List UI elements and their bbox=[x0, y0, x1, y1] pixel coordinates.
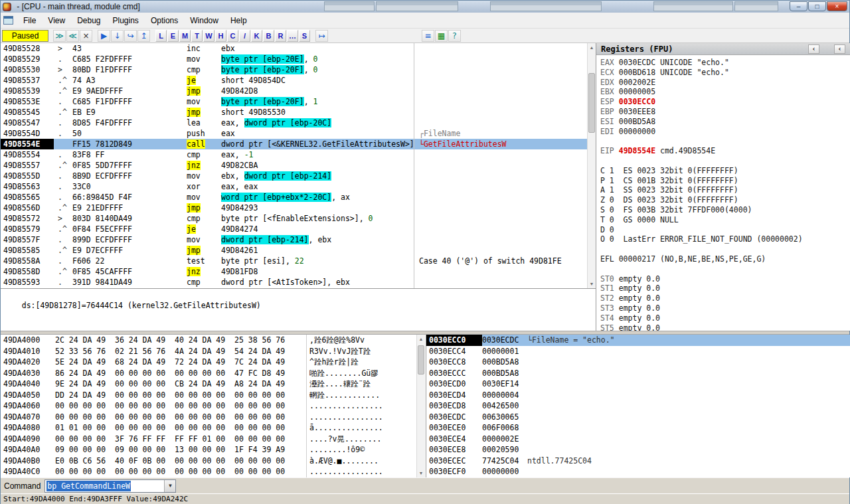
disasm-row[interactable]: 49D85547.8D85 F4FDFFFFleaeax, dword ptr … bbox=[1, 118, 596, 128]
window-select-w[interactable]: W bbox=[203, 30, 214, 42]
stack-row[interactable]: 0030ECD400000004 bbox=[426, 390, 850, 401]
dump-row[interactable]: 49DA40A009 00 00 00 09 00 00 00 13 00 00… bbox=[1, 444, 426, 456]
dump-row[interactable]: 49DA40409E 24 DA 49 00 00 00 00 CB 24 DA… bbox=[1, 378, 426, 390]
disasm-row[interactable]: 49D8554EFF15 7812D849calldword ptr [<&KE… bbox=[1, 139, 596, 149]
menu-item-help[interactable]: Help bbox=[224, 13, 253, 28]
disasm-row[interactable]: 49D85585.^E9 D7ECFFFFjmp49D84261 bbox=[1, 245, 596, 256]
dump-scrollbar[interactable]: ▲ ▼ bbox=[416, 335, 425, 477]
menu-item-window[interactable]: Window bbox=[184, 13, 224, 28]
window-select-b[interactable]: B bbox=[263, 30, 274, 42]
disasm-row[interactable]: 49D85530>80BD F1FDFFFFcmpbyte ptr [ebp-2… bbox=[1, 64, 596, 75]
disasm-row[interactable]: 49D85557.^0F85 5DD7FFFFjnz49D82CBA bbox=[1, 160, 596, 171]
window-select-more[interactable]: … bbox=[287, 30, 298, 42]
menu-item-options[interactable]: Options bbox=[145, 13, 184, 28]
dump-row[interactable]: 49DA40C000 00 00 00 00 00 00 00 00 00 00… bbox=[1, 466, 426, 477]
scroll-thumb[interactable] bbox=[418, 345, 424, 375]
stack-row[interactable]: 0030ECDC00630065 bbox=[426, 412, 850, 423]
stack-row[interactable]: 0030ECCC000BD5A8 bbox=[426, 368, 850, 379]
go-to-button[interactable]: ↦ bbox=[315, 30, 328, 42]
stack-row[interactable]: 0030ECE800020590 bbox=[426, 444, 850, 456]
disasm-row[interactable]: 49D85572>803D 8140DA49cmpbyte ptr [<fEna… bbox=[1, 213, 596, 224]
disasm-row[interactable]: 49D85539.^E9 9AEDFFFFjmp49D842D8 bbox=[1, 86, 596, 96]
step-over-button[interactable]: ↪ bbox=[124, 30, 137, 42]
menu-item-plugins[interactable]: Plugins bbox=[107, 13, 145, 28]
title-bar[interactable]: - [CPU - main thread, module cmd] – □ × bbox=[1, 1, 849, 13]
help-button[interactable]: ? bbox=[448, 30, 461, 42]
dump-row[interactable]: 49DA406000 00 00 00 00 00 00 00 00 00 00… bbox=[1, 400, 426, 412]
stack-row[interactable]: 0030ECE0006F0068 bbox=[426, 422, 850, 434]
stack-row[interactable]: 0030ECC8000BD5A8 bbox=[426, 357, 850, 368]
window-select-l[interactable]: L bbox=[155, 30, 167, 42]
disasm-row[interactable]: 49D8554D.50pusheax┌FileName bbox=[1, 128, 596, 139]
stack-row[interactable]: 0030ECE40000002E bbox=[426, 434, 850, 445]
disasm-scrollbar[interactable]: ▲ ▼ bbox=[587, 43, 596, 288]
menu-item-debug[interactable]: Debug bbox=[71, 13, 106, 28]
dump-row[interactable]: 49DA409000 00 00 00 3F 76 FF FF FF FF 01… bbox=[1, 434, 426, 445]
run-button[interactable]: ▶ bbox=[98, 30, 110, 42]
dump-row[interactable]: 49DA40B0E0 0B C6 56 40 0F 0B 00 00 00 00… bbox=[1, 456, 426, 467]
stack-row[interactable]: 0030ECD00030EF14 bbox=[426, 378, 850, 390]
window-select-slash[interactable]: / bbox=[239, 30, 250, 42]
log-button[interactable]: ≡ bbox=[422, 30, 434, 42]
dump-row[interactable]: 49DA401052 33 56 76 02 21 56 76 4A 24 DA… bbox=[1, 346, 426, 357]
disasm-row[interactable]: 49D8558D.^0F85 45CAFFFFjnz49D81FD8 bbox=[1, 266, 596, 277]
close-button[interactable]: × bbox=[827, 1, 847, 11]
scroll-up-button[interactable]: ▲ bbox=[417, 335, 425, 343]
step-into-button[interactable]: ↓ bbox=[111, 30, 124, 42]
disasm-row[interactable]: 49D85579.^0F84 F5ECFFFFje49D84274 bbox=[1, 224, 596, 234]
stack-pane[interactable]: 0030ECC00030ECDC└FileName = "echo."0030E… bbox=[426, 335, 850, 477]
scroll-thumb[interactable] bbox=[588, 73, 595, 133]
dump-row[interactable]: 49DA40205E 24 DA 49 68 24 DA 49 72 24 DA… bbox=[1, 357, 426, 368]
window-select-h[interactable]: H bbox=[215, 30, 226, 42]
dump-row[interactable]: 49DA4050DD 24 DA 49 00 00 00 00 00 00 00… bbox=[1, 390, 426, 401]
stack-row[interactable]: 0030ECEC77425C04ntdll.77425C04 bbox=[426, 456, 850, 467]
window-select-k[interactable]: K bbox=[251, 30, 262, 42]
stack-row[interactable]: 0030ECD800426500 bbox=[426, 400, 850, 412]
combo-dropdown-button[interactable]: ▼ bbox=[164, 480, 175, 492]
dump-row[interactable]: 49DA408001 01 00 00 00 00 00 00 00 00 00… bbox=[1, 422, 426, 434]
disasm-row[interactable]: 49D8558A.F606 22testbyte ptr [esi], 22Ca… bbox=[1, 256, 596, 266]
disasm-row[interactable]: 49D85545.^EB E9jmpshort 49D85530 bbox=[1, 107, 596, 118]
disasm-row[interactable]: 49D85565.66:89845D F4Fmovword ptr [ebp+e… bbox=[1, 192, 596, 203]
window-select-t[interactable]: T bbox=[191, 30, 203, 42]
execute-till-return-button[interactable]: ↥ bbox=[137, 30, 150, 42]
maximize-button[interactable]: □ bbox=[808, 1, 826, 11]
disasm-row[interactable]: 49D85528>43incebx bbox=[1, 43, 596, 54]
registers-mode-button[interactable]: ‹ bbox=[834, 44, 845, 54]
stack-row[interactable]: 0030ECC400000001 bbox=[426, 346, 850, 357]
disasm-row[interactable]: 49D8556D.^E9 21EDFFFFjmp49D84293 bbox=[1, 203, 596, 213]
stack-row[interactable]: 0030ECC00030ECDC└FileName = "echo." bbox=[426, 335, 850, 346]
command-input[interactable]: bp GetCommandLineW ▼ bbox=[44, 479, 176, 493]
window-select-e[interactable]: E bbox=[167, 30, 179, 42]
disasm-row[interactable]: 49D85537.^74 A3jeshort 49D854DC bbox=[1, 75, 596, 86]
registers-pane[interactable]: Registers (FPU) ‹ ‹ EAX 0030ECDC UNICODE… bbox=[596, 43, 850, 331]
disasm-row[interactable]: 49D8557F.899D ECFDFFFFmovdword ptr [ebp-… bbox=[1, 234, 596, 245]
window-select-s[interactable]: S bbox=[299, 30, 310, 42]
dump-row[interactable]: 49DA40002C 24 DA 49 36 24 DA 49 40 24 DA… bbox=[1, 335, 426, 346]
scroll-up-button[interactable]: ▲ bbox=[588, 43, 596, 52]
disasm-row[interactable]: 49D8553E.C685 F1FDFFFFmovbyte ptr [ebp-2… bbox=[1, 96, 596, 107]
window-select-m[interactable]: M bbox=[179, 30, 191, 42]
disassembly-pane[interactable]: 49D85528>43incebx49D85529.C685 F2FDFFFFm… bbox=[1, 43, 596, 288]
disasm-row[interactable]: 49D85563.33C0xoreax, eax bbox=[1, 181, 596, 192]
disasm-row[interactable]: 49D85593.391D 9841DA49cmpdword ptr [<AtI… bbox=[1, 277, 596, 288]
menu-item-view[interactable]: View bbox=[42, 13, 71, 28]
disasm-row[interactable]: 49D85529.C685 F2FDFFFFmovbyte ptr [ebp-2… bbox=[1, 54, 596, 64]
dump-row[interactable]: 49DA407000 00 00 00 00 00 00 00 00 00 00… bbox=[1, 412, 426, 423]
stack-row[interactable]: 0030ECF000000000 bbox=[426, 466, 850, 477]
dump-row[interactable]: 49DA403086 24 DA 49 00 00 00 00 00 00 00… bbox=[1, 368, 426, 379]
disasm-row[interactable]: 49D85554.83F8 FFcmpeax, -1 bbox=[1, 149, 596, 160]
minimize-button[interactable]: – bbox=[790, 1, 808, 11]
windows-button[interactable]: ▦ bbox=[435, 30, 448, 42]
scroll-down-button[interactable]: ▼ bbox=[417, 469, 425, 477]
restart-button[interactable]: ≪ bbox=[66, 30, 79, 42]
menu-item-file[interactable]: File bbox=[17, 13, 42, 28]
dump-pane[interactable]: 49DA40002C 24 DA 49 36 24 DA 49 40 24 DA… bbox=[1, 335, 426, 477]
close-program-button[interactable]: × bbox=[80, 30, 92, 42]
open-button[interactable]: ≫ bbox=[53, 30, 66, 42]
window-select-r[interactable]: R bbox=[275, 30, 286, 42]
disasm-row[interactable]: 49D8555D.8B9D ECFDFFFFmovebx, dword ptr … bbox=[1, 171, 596, 181]
scroll-down-button[interactable]: ▼ bbox=[588, 280, 596, 288]
registers-prev-button[interactable]: ‹ bbox=[808, 44, 819, 54]
window-select-c[interactable]: C bbox=[227, 30, 238, 42]
